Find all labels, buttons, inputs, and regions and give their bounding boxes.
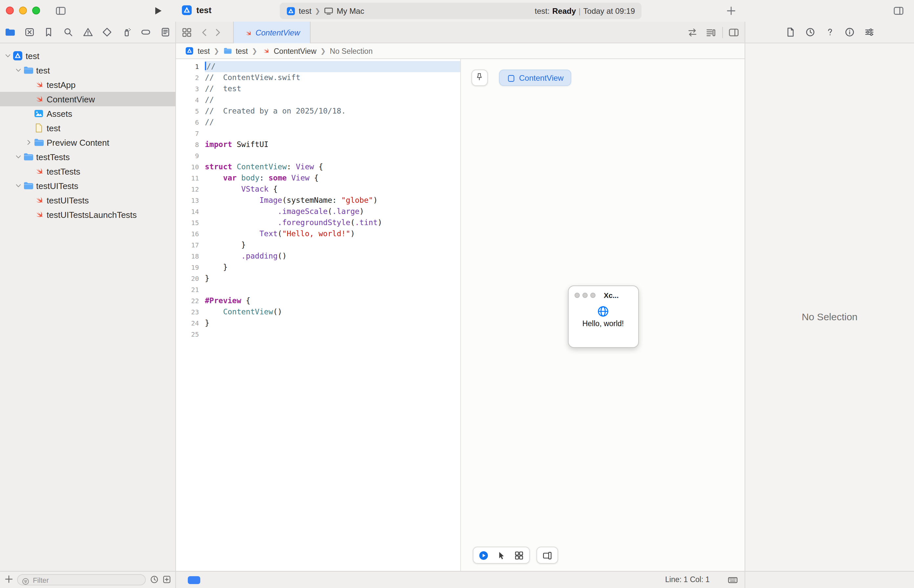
toggle-left-sidebar-button[interactable] bbox=[55, 5, 66, 16]
recent-files-filter-icon[interactable] bbox=[150, 575, 159, 584]
filter-field[interactable]: Filter bbox=[17, 574, 146, 585]
tree-item-test[interactable]: test bbox=[0, 63, 175, 78]
adjust-editor-options-icon[interactable] bbox=[705, 27, 717, 38]
code-line-14[interactable]: 14 .imageScale(.large) bbox=[176, 206, 460, 217]
tree-item-testapp[interactable]: testApp bbox=[0, 78, 175, 92]
tree-item-test[interactable]: test bbox=[0, 121, 175, 135]
tree-item-assets[interactable]: Assets bbox=[0, 106, 175, 121]
breadcrumb-item-project[interactable]: test bbox=[197, 47, 210, 55]
chevron-down-icon[interactable] bbox=[15, 153, 22, 161]
selectable-preview-button[interactable] bbox=[496, 550, 506, 560]
code-line-2[interactable]: 2// ContentView.swift bbox=[176, 72, 460, 83]
tree-item-testtests[interactable]: testTests bbox=[0, 164, 175, 179]
chevron-down-icon[interactable] bbox=[15, 66, 22, 74]
code-line-17[interactable]: 17 } bbox=[176, 239, 460, 251]
code-line-24[interactable]: 24} bbox=[176, 318, 460, 329]
code-line-25[interactable]: 25 bbox=[176, 329, 460, 340]
attributes-inspector-icon[interactable] bbox=[864, 27, 874, 37]
related-items-icon[interactable] bbox=[181, 27, 193, 38]
accessibility-inspector-icon[interactable] bbox=[844, 27, 854, 37]
code-line-18[interactable]: 18 .padding() bbox=[176, 251, 460, 262]
tree-item-test[interactable]: test bbox=[0, 48, 175, 63]
minimize-button[interactable] bbox=[19, 6, 27, 15]
code-line-15[interactable]: 15 .foregroundStyle(.tint) bbox=[176, 217, 460, 228]
run-button[interactable] bbox=[152, 5, 163, 16]
project-navigator-icon[interactable] bbox=[5, 27, 15, 37]
breadcrumb-item-file[interactable]: ContentView bbox=[274, 47, 317, 55]
breakpoints-toggle[interactable] bbox=[188, 576, 200, 584]
chevron-down-icon[interactable] bbox=[15, 182, 22, 190]
close-button[interactable] bbox=[6, 6, 14, 15]
line-number: 16 bbox=[176, 228, 205, 239]
code-line-23[interactable]: 23 ContentView() bbox=[176, 307, 460, 318]
destination-name[interactable]: My Mac bbox=[336, 6, 364, 15]
tree-item-contentview[interactable]: ContentView bbox=[0, 92, 175, 106]
file-inspector-icon[interactable] bbox=[785, 27, 796, 37]
tree-item-label: testTests bbox=[36, 152, 70, 162]
tab-contentview[interactable]: ContentView bbox=[233, 22, 311, 43]
text-cursor bbox=[205, 62, 206, 70]
issue-navigator-icon[interactable] bbox=[83, 27, 93, 37]
tree-item-testuitests[interactable]: testUITests bbox=[0, 179, 175, 193]
navigator-tab-strip bbox=[0, 22, 176, 43]
new-tab-button[interactable] bbox=[726, 5, 737, 16]
breadcrumb-item-selection[interactable]: No Selection bbox=[330, 47, 373, 55]
device-settings-button[interactable] bbox=[536, 547, 558, 564]
code-line-11[interactable]: 11 var body: some View { bbox=[176, 173, 460, 184]
source-control-navigator-icon[interactable] bbox=[24, 27, 34, 37]
live-preview-button[interactable] bbox=[478, 550, 488, 560]
code-line-6[interactable]: 6// bbox=[176, 117, 460, 128]
chevron-right-icon[interactable] bbox=[25, 139, 33, 146]
chevron-down-icon[interactable] bbox=[4, 52, 12, 60]
zoom-button[interactable] bbox=[32, 6, 40, 15]
pin-preview-button[interactable] bbox=[471, 69, 487, 86]
add-file-button[interactable] bbox=[4, 574, 14, 584]
activity-status[interactable]: test: Ready | Today at 09:19 bbox=[535, 6, 635, 15]
code-line-4[interactable]: 4// bbox=[176, 95, 460, 106]
variants-preview-button[interactable] bbox=[514, 550, 524, 560]
code-line-13[interactable]: 13 Image(systemName: "globe") bbox=[176, 195, 460, 206]
code-line-21[interactable]: 21 bbox=[176, 284, 460, 295]
tree-item-testuitests[interactable]: testUITests bbox=[0, 193, 175, 207]
code-line-8[interactable]: 8import SwiftUI bbox=[176, 139, 460, 150]
bookmark-navigator-icon[interactable] bbox=[44, 27, 54, 37]
keyboard-icon[interactable] bbox=[728, 575, 738, 585]
line-number: 19 bbox=[176, 262, 205, 273]
code-line-19[interactable]: 19 } bbox=[176, 262, 460, 273]
code-line-20[interactable]: 20} bbox=[176, 273, 460, 284]
source-editor[interactable]: 1//2// ContentView.swift3// test4//5// C… bbox=[176, 59, 460, 571]
toggle-right-inspector-button[interactable] bbox=[893, 5, 904, 16]
quick-help-inspector-icon[interactable] bbox=[824, 27, 835, 37]
debug-navigator-icon[interactable] bbox=[121, 27, 132, 37]
scheme-selector[interactable]: test ❯ My Mac bbox=[286, 6, 364, 16]
add-editor-icon[interactable] bbox=[728, 27, 739, 38]
history-inspector-icon[interactable] bbox=[805, 27, 815, 37]
test-navigator-icon[interactable] bbox=[102, 27, 112, 37]
code-line-9[interactable]: 9 bbox=[176, 150, 460, 162]
tree-item-testuitestslaunchtests[interactable]: testUITestsLaunchTests bbox=[0, 207, 175, 222]
forward-button[interactable] bbox=[212, 27, 223, 38]
line-number: 22 bbox=[176, 295, 205, 307]
code-review-icon[interactable] bbox=[687, 27, 698, 38]
back-button[interactable] bbox=[199, 27, 210, 38]
code-line-10[interactable]: 10struct ContentView: View { bbox=[176, 162, 460, 173]
tree-item-preview-content[interactable]: Preview Content bbox=[0, 135, 175, 150]
breadcrumb-item-group[interactable]: test bbox=[236, 47, 248, 55]
report-navigator-icon[interactable] bbox=[160, 27, 171, 37]
tree-item-testtests[interactable]: testTests bbox=[0, 150, 175, 164]
code-line-7[interactable]: 7 bbox=[176, 128, 460, 139]
traffic-lights bbox=[6, 6, 40, 15]
source-control-filter-icon[interactable] bbox=[162, 575, 171, 584]
code-line-1[interactable]: 1// bbox=[176, 61, 460, 72]
code-line-16[interactable]: 16 Text("Hello, world!") bbox=[176, 228, 460, 239]
scheme-name[interactable]: test bbox=[299, 6, 312, 15]
preview-target-button[interactable]: ContentView bbox=[499, 69, 571, 86]
code-line-22[interactable]: 22#Preview { bbox=[176, 295, 460, 307]
code-line-12[interactable]: 12 VStack { bbox=[176, 184, 460, 195]
breadcrumb: test ❯ test ❯ ContentView ❯ No Selection bbox=[176, 43, 744, 59]
code-line-3[interactable]: 3// test bbox=[176, 83, 460, 95]
find-navigator-icon[interactable] bbox=[63, 27, 74, 37]
preview-device-window[interactable]: Xc... Hello, world! bbox=[568, 286, 639, 348]
breakpoint-navigator-icon[interactable] bbox=[141, 27, 151, 37]
code-line-5[interactable]: 5// Created by a on 2025/10/18. bbox=[176, 106, 460, 117]
